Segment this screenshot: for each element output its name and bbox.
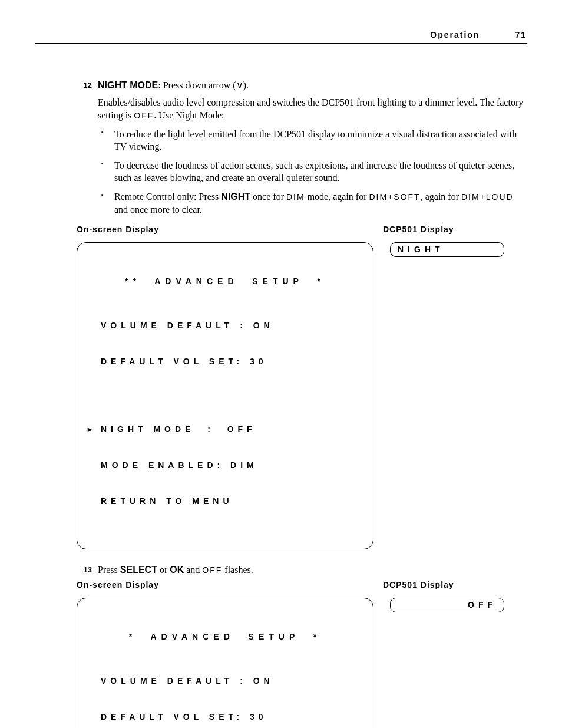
- osd-line: VOLUME DEFAULT : ON: [88, 319, 362, 331]
- dcp-label: DCP501 Display: [383, 579, 454, 591]
- night-button-label: NIGHT: [221, 192, 250, 202]
- osd-box-1: ** ADVANCED SETUP * VOLUME DEFAULT : ON …: [77, 242, 373, 549]
- step-12: 12 NIGHT MODE: Press down arrow (∨).: [77, 79, 527, 92]
- spacer: [88, 391, 362, 399]
- dcp-label: DCP501 Display: [383, 224, 454, 235]
- s13-d: flashes.: [222, 565, 253, 575]
- dim-value: DIM: [286, 192, 305, 202]
- night-mode-bullets: To reduce the light level emitted from t…: [98, 128, 527, 216]
- osd-label: On-screen Display: [77, 579, 383, 591]
- down-arrow-icon: ∨: [236, 80, 243, 90]
- osd-line: DEFAULT VOL SET: 30: [88, 355, 362, 367]
- s13-c: and: [184, 565, 202, 575]
- para-text-2: . Use Night Mode:: [154, 110, 224, 120]
- osd-line-selected: NIGHT MODE : OFF: [88, 423, 362, 435]
- header-page-number: 71: [515, 29, 527, 41]
- dimloud-value: DIM+LOUD: [461, 192, 514, 202]
- b3-d: , again for: [421, 192, 461, 202]
- dcp-box-2: OFF: [390, 598, 504, 612]
- header-section: Operation: [430, 29, 480, 41]
- off-value: OFF: [202, 565, 222, 575]
- step-12-paragraph: Enables/disables audio level compression…: [98, 96, 527, 121]
- b3-b: once for: [250, 192, 286, 202]
- osd-title: ** ADVANCED SETUP *: [88, 275, 362, 287]
- step-number: 12: [77, 79, 92, 91]
- b3-a: Remote Control only: Press: [114, 192, 221, 202]
- page-header: Operation 71: [35, 29, 527, 44]
- bullet-1: To reduce the light level emitted from t…: [98, 128, 527, 153]
- page-content: 12 NIGHT MODE: Press down arrow (∨). Ena…: [77, 79, 527, 728]
- osd-line: RETURN TO MENU: [88, 495, 362, 507]
- display-labels-2: On-screen Display DCP501 Display: [77, 579, 527, 591]
- bullet-2: To decrease the loudness of action scene…: [98, 159, 527, 185]
- select-button-label: SELECT: [120, 565, 157, 575]
- ok-button-label: OK: [170, 565, 184, 575]
- display-row-2: * ADVANCED SETUP * VOLUME DEFAULT : ON D…: [77, 598, 527, 728]
- osd-line: VOLUME DEFAULT : ON: [88, 675, 362, 687]
- dcp-box-1: NIGHT: [390, 242, 504, 257]
- step-title-end: ).: [243, 80, 249, 90]
- step-number: 13: [77, 564, 92, 575]
- b3-c: mode, again for: [305, 192, 369, 202]
- s13-b: or: [157, 565, 170, 575]
- dimsoft-value: DIM+SOFT: [369, 192, 421, 202]
- off-value: OFF: [134, 111, 154, 120]
- step-13: 13 Press SELECT or OK and OFF flashes.: [77, 564, 527, 577]
- display-row-1: ** ADVANCED SETUP * VOLUME DEFAULT : ON …: [77, 242, 527, 549]
- b3-e: and once more to clear.: [114, 205, 202, 215]
- display-labels-1: On-screen Display DCP501 Display: [77, 224, 527, 235]
- step-body: NIGHT MODE: Press down arrow (∨).: [98, 79, 527, 92]
- osd-line: MODE ENABLED: DIM: [88, 459, 362, 471]
- osd-label: On-screen Display: [77, 224, 383, 235]
- step-title: NIGHT MODE: [98, 80, 158, 90]
- bullet-3: Remote Control only: Press NIGHT once fo…: [98, 190, 527, 216]
- osd-box-2: * ADVANCED SETUP * VOLUME DEFAULT : ON D…: [77, 598, 373, 728]
- s13-a: Press: [98, 565, 120, 575]
- osd-line: DEFAULT VOL SET: 30: [88, 711, 362, 723]
- osd-title: * ADVANCED SETUP *: [88, 631, 362, 643]
- step-body: Press SELECT or OK and OFF flashes.: [98, 564, 527, 577]
- step-title-after: : Press down arrow (: [158, 80, 236, 90]
